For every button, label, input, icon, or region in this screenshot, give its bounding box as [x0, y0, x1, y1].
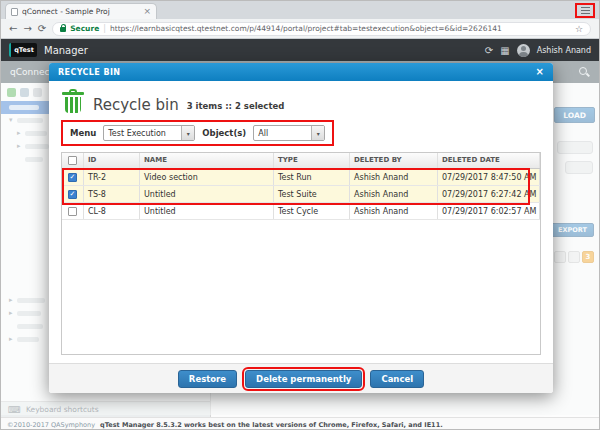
- objects-dropdown[interactable]: All ▾: [253, 125, 325, 141]
- browser-tab-strip: qConnect - Sample Proj ×: [1, 1, 599, 19]
- recycle-bin-heading: Recycle bin: [93, 97, 179, 114]
- cell-deleted-date: 07/29/2017 6:02:57 AM: [438, 203, 540, 219]
- cell-id: TR-2: [84, 169, 140, 185]
- menu-label: Menu: [70, 128, 96, 138]
- secure-label: Secure: [70, 24, 99, 33]
- cell-deleted-by: Ashish Anand: [350, 169, 438, 185]
- cell-id: TS-8: [84, 186, 140, 202]
- modal-header: RECYCLE BIN ×: [49, 63, 553, 81]
- status-bar: ©2010-2017 QASymphony qTest Manager 8.5.…: [1, 417, 599, 430]
- browser-menu-icon[interactable]: [581, 7, 590, 14]
- header-refresh-icon[interactable]: ⟳: [485, 45, 493, 56]
- cell-id: CL-8: [84, 203, 140, 219]
- user-name[interactable]: Ashish Anand: [537, 46, 591, 55]
- url-separator: |: [103, 24, 106, 33]
- chevron-down-icon: ▾: [181, 126, 194, 140]
- url-field[interactable]: Secure | https://learnbasicqtest.qtestne…: [52, 22, 591, 36]
- product-name: Manager: [44, 45, 88, 56]
- column-header-type[interactable]: TYPE: [274, 153, 350, 168]
- objects-dropdown-value: All: [254, 126, 311, 140]
- url-text: https://learnbasicqtest.qtestnet.com/p/4…: [110, 24, 571, 33]
- back-icon[interactable]: ←: [9, 24, 17, 34]
- bookmark-star-icon[interactable]: ☆: [575, 24, 583, 34]
- browser-tab[interactable]: qConnect - Sample Proj ×: [5, 3, 157, 19]
- cell-deleted-by: Ashish Anand: [350, 186, 438, 202]
- cell-deleted-date: 07/29/2017 6:27:42 AM: [438, 186, 540, 202]
- forward-icon[interactable]: →: [23, 24, 31, 34]
- cell-type: Test Suite: [274, 186, 350, 202]
- browser-window: qConnect - Sample Proj × ← → ⟳ Secure | …: [0, 0, 600, 430]
- browser-address-bar: ← → ⟳ Secure | https://learnbasicqtest.q…: [1, 19, 599, 39]
- table-header-row: ID NAME TYPE DELETED BY DELETED DATE: [62, 153, 540, 169]
- menu-dropdown-value: Test Execution: [104, 126, 181, 140]
- tab-title: qConnect - Sample Proj: [22, 7, 139, 16]
- reload-icon[interactable]: ⟳: [38, 24, 46, 34]
- cell-name: Untitled: [140, 186, 274, 202]
- tab-close-icon[interactable]: ×: [143, 7, 151, 16]
- cell-deleted-date: 07/29/2017 8:47:50 AM: [438, 169, 540, 185]
- chevron-down-icon: ▾: [311, 126, 324, 140]
- annotation-chrome-menu: [575, 3, 595, 18]
- objects-label: Object(s): [202, 128, 246, 138]
- tab-favicon: [11, 8, 18, 16]
- column-header-name[interactable]: NAME: [140, 153, 274, 168]
- restore-button[interactable]: Restore: [178, 370, 237, 388]
- app-grid-icon[interactable]: ▦: [500, 45, 509, 56]
- recycle-title-row: Recycle bin 3 items :: 2 selected: [61, 89, 541, 114]
- cell-deleted-by: Ashish Anand: [350, 203, 438, 219]
- copyright-text: ©2010-2017 QASymphony: [7, 421, 95, 429]
- table-row[interactable]: TS-8 Untitled Test Suite Ashish Anand 07…: [62, 186, 540, 203]
- selection-summary: 3 items :: 2 selected: [187, 101, 285, 111]
- table-row[interactable]: CL-8 Untitled Test Cycle Ashish Anand 07…: [62, 203, 540, 220]
- modal-title: RECYCLE BIN: [58, 68, 536, 77]
- modal-body: Recycle bin 3 items :: 2 selected Menu T…: [49, 81, 553, 363]
- recycle-bin-icon: [61, 89, 85, 114]
- column-header-id[interactable]: ID: [84, 153, 140, 168]
- row-checkbox[interactable]: [68, 173, 77, 182]
- cell-name: Video section: [140, 169, 274, 185]
- delete-permanently-button[interactable]: Delete permanently: [245, 370, 362, 388]
- menu-dropdown[interactable]: Test Execution ▾: [103, 125, 195, 141]
- user-avatar[interactable]: [517, 44, 530, 57]
- recycle-bin-modal: RECYCLE BIN × Recycle bin 3 items :: 2 s…: [49, 63, 553, 393]
- modal-footer: Restore Delete permanently Cancel: [49, 363, 553, 393]
- row-checkbox[interactable]: [68, 190, 77, 199]
- row-checkbox[interactable]: [68, 207, 77, 216]
- filter-row: Menu Test Execution ▾ Object(s) All ▾: [61, 120, 541, 146]
- annotation-filters: Menu Test Execution ▾ Object(s) All ▾: [61, 120, 334, 146]
- deleted-items-table: ID NAME TYPE DELETED BY DELETED DATE TR-…: [61, 152, 541, 355]
- modal-close-icon[interactable]: ×: [536, 67, 544, 77]
- column-header-deleted-by[interactable]: DELETED BY: [350, 153, 438, 168]
- cancel-button[interactable]: Cancel: [370, 370, 424, 388]
- qtest-logo: qTest: [9, 43, 37, 57]
- cell-type: Test Run: [274, 169, 350, 185]
- cell-name: Untitled: [140, 203, 274, 219]
- select-all-checkbox[interactable]: [68, 156, 77, 165]
- cell-type: Test Cycle: [274, 203, 350, 219]
- app-header: qTest Manager ⟳ ▦ Ashish Anand: [1, 39, 599, 61]
- version-info-text: qTest Manager 8.5.3.2 works best on the …: [100, 421, 443, 429]
- column-header-deleted-date[interactable]: DELETED DATE: [438, 153, 540, 168]
- secure-lock-icon: [60, 27, 66, 32]
- table-row[interactable]: TR-2 Video section Test Run Ashish Anand…: [62, 169, 540, 186]
